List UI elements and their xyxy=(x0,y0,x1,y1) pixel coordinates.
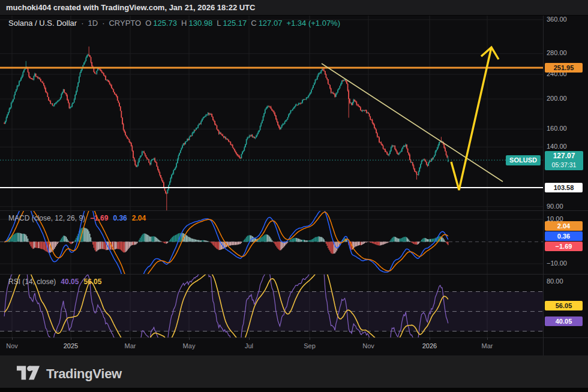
high-label: H xyxy=(181,19,187,28)
open-value: 125.73 xyxy=(153,19,177,28)
macd-signal-value: 2.04 xyxy=(132,214,146,222)
time-axis-tick xyxy=(430,337,430,340)
pane-separator[interactable] xyxy=(0,210,588,211)
close-label: C xyxy=(251,19,256,28)
low-value: 125.17 xyxy=(223,19,247,28)
rsi-title[interactable]: RSI (14, close) xyxy=(8,278,56,286)
macd-title[interactable]: MACD (close, 12, 26, 9) xyxy=(8,214,85,222)
tradingview-chart-window: muchoki404 created with TradingView.com,… xyxy=(0,0,588,392)
footer-bar: TradingView xyxy=(0,355,588,392)
rsi-axis-label: 40.05 xyxy=(545,316,583,326)
price-tick-label: 200.00 xyxy=(547,95,567,102)
tradingview-logo[interactable]: TradingView xyxy=(16,363,122,385)
support-price-label: 103.58 xyxy=(545,183,583,192)
price-tick-label: 360.00 xyxy=(547,16,567,23)
symbol-name[interactable]: Solana / U.S. Dollar xyxy=(8,19,77,28)
macd-hist-axis-label: −1.69 xyxy=(545,242,583,251)
change-value: +1.34 (+1.07%) xyxy=(286,19,340,28)
macd-hist-value: −1.69 xyxy=(90,214,108,222)
time-axis-tick xyxy=(249,337,250,340)
symbol-info-row[interactable]: Solana / U.S. Dollar · 1D · CRYPTO O 125… xyxy=(8,19,340,28)
time-axis-label: Nov xyxy=(0,342,25,349)
open-label: O xyxy=(145,19,151,28)
time-axis-label: May xyxy=(176,342,202,349)
high-value: 130.98 xyxy=(188,19,212,28)
time-axis-border xyxy=(0,337,588,338)
time-axis-label: 2025 xyxy=(58,342,84,349)
time-axis-tick xyxy=(12,337,13,340)
price-tick-label: 160.00 xyxy=(547,125,567,132)
time-axis-tick xyxy=(130,337,131,340)
time-axis-label: Sep xyxy=(296,342,323,349)
time-axis-label: Mar xyxy=(474,342,500,349)
time-axis-tick xyxy=(368,337,369,340)
time-axis-tick xyxy=(310,337,310,340)
price-tick-label: 280.00 xyxy=(547,49,567,56)
macd-line-value: 0.36 xyxy=(113,214,127,222)
tradingview-logo-icon xyxy=(16,363,40,385)
tradingview-wordmark: TradingView xyxy=(46,366,122,382)
attribution-bar: muchoki404 created with TradingView.com,… xyxy=(0,0,588,16)
rsi-ma-value: 56.05 xyxy=(83,278,101,286)
market-label: CRYPTO xyxy=(109,19,141,28)
time-axis-label: Jul xyxy=(236,342,262,349)
attribution-text: muchoki404 created with TradingView.com,… xyxy=(6,3,255,12)
price-tick-label: 90.00 xyxy=(547,203,563,210)
time-axis-tick xyxy=(487,337,488,340)
time-axis-tick xyxy=(71,337,71,340)
time-axis-label: 2026 xyxy=(416,342,443,349)
price-tick-label: 140.00 xyxy=(547,143,567,150)
close-value: 127.07 xyxy=(259,19,283,28)
symbol-price-flag[interactable]: SOLUSD xyxy=(506,155,541,165)
price-axis-border xyxy=(543,16,544,355)
rsi-header-row[interactable]: RSI (14, close) 40.05 56.05 xyxy=(8,278,101,286)
macd-header-row[interactable]: MACD (close, 12, 26, 9) −1.69 0.36 2.04 xyxy=(8,214,146,222)
interval-label[interactable]: 1D xyxy=(88,19,98,28)
separator-dot: · xyxy=(102,19,104,28)
macd-tick-label: −10.00 xyxy=(547,260,567,267)
separator-dot: · xyxy=(81,19,83,28)
low-label: L xyxy=(217,19,221,28)
price-chart-pane[interactable] xyxy=(0,16,543,210)
footer-bottom-strip xyxy=(0,388,588,392)
last-price-label: 127.07 05:37:31 xyxy=(545,151,583,170)
macd-line-axis-label: 0.36 xyxy=(545,231,583,241)
time-axis-label: Mar xyxy=(117,342,143,349)
last-price-value: 127.07 xyxy=(545,151,583,161)
rsi-ma-axis-label: 56.05 xyxy=(545,301,583,310)
resistance-price-label: 251.95 xyxy=(545,63,583,73)
pane-separator[interactable] xyxy=(0,274,588,275)
bar-countdown: 05:37:31 xyxy=(545,161,583,169)
time-axis-tick xyxy=(189,337,190,340)
rsi-value: 40.05 xyxy=(61,278,79,286)
macd-signal-axis-label: 2.04 xyxy=(545,221,583,231)
time-axis-label: Nov xyxy=(355,342,382,349)
rsi-tick-label: 80.00 xyxy=(547,278,563,285)
